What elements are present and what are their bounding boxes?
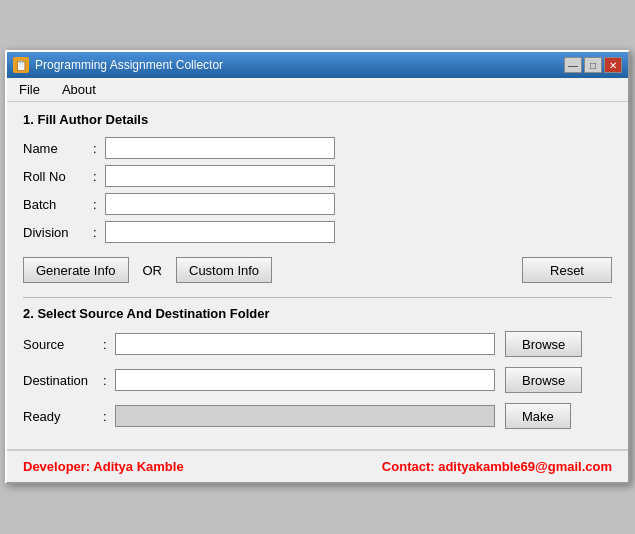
section-divider xyxy=(23,297,612,298)
destination-colon: : xyxy=(103,373,115,388)
destination-browse-button[interactable]: Browse xyxy=(505,367,582,393)
reset-button[interactable]: Reset xyxy=(522,257,612,283)
menu-bar: File About xyxy=(7,78,628,102)
division-row: Division : xyxy=(23,221,612,243)
title-bar: 📋 Programming Assignment Collector — □ ✕ xyxy=(7,52,628,78)
content-area: 1. Fill Author Details Name : Roll No : … xyxy=(7,102,628,439)
batch-input[interactable] xyxy=(105,193,335,215)
ready-row: Ready : Make xyxy=(23,403,612,429)
menu-about[interactable]: About xyxy=(56,80,102,99)
source-input[interactable] xyxy=(115,333,495,355)
section2-title: 2. Select Source And Destination Folder xyxy=(23,306,612,321)
name-colon: : xyxy=(93,141,105,156)
division-label: Division xyxy=(23,225,93,240)
developer-text: Developer: Aditya Kamble xyxy=(23,459,184,474)
ready-label: Ready xyxy=(23,409,103,424)
minimize-button[interactable]: — xyxy=(564,57,582,73)
close-button[interactable]: ✕ xyxy=(604,57,622,73)
source-label: Source xyxy=(23,337,103,352)
source-browse-button[interactable]: Browse xyxy=(505,331,582,357)
section1-title: 1. Fill Author Details xyxy=(23,112,612,127)
source-colon: : xyxy=(103,337,115,352)
batch-row: Batch : xyxy=(23,193,612,215)
rollno-row: Roll No : xyxy=(23,165,612,187)
batch-colon: : xyxy=(93,197,105,212)
batch-label: Batch xyxy=(23,197,93,212)
custom-info-button[interactable]: Custom Info xyxy=(176,257,272,283)
division-colon: : xyxy=(93,225,105,240)
division-input[interactable] xyxy=(105,221,335,243)
ready-colon: : xyxy=(103,409,115,424)
generate-info-button[interactable]: Generate Info xyxy=(23,257,129,283)
app-icon: 📋 xyxy=(13,57,29,73)
name-label: Name xyxy=(23,141,93,156)
action-button-row: Generate Info OR Custom Info Reset xyxy=(23,257,612,283)
menu-file[interactable]: File xyxy=(13,80,46,99)
destination-label: Destination xyxy=(23,373,103,388)
main-window: 📋 Programming Assignment Collector — □ ✕… xyxy=(5,50,630,484)
rollno-label: Roll No xyxy=(23,169,93,184)
make-button[interactable]: Make xyxy=(505,403,571,429)
maximize-button[interactable]: □ xyxy=(584,57,602,73)
source-row: Source : Browse xyxy=(23,331,612,357)
title-bar-left: 📋 Programming Assignment Collector xyxy=(13,57,223,73)
title-buttons: — □ ✕ xyxy=(564,57,622,73)
destination-row: Destination : Browse xyxy=(23,367,612,393)
window-title: Programming Assignment Collector xyxy=(35,58,223,72)
name-row: Name : xyxy=(23,137,612,159)
destination-input[interactable] xyxy=(115,369,495,391)
section1: 1. Fill Author Details Name : Roll No : … xyxy=(23,112,612,283)
footer: Developer: Aditya Kamble Contact: aditya… xyxy=(7,449,628,482)
section2: 2. Select Source And Destination Folder … xyxy=(23,306,612,429)
rollno-colon: : xyxy=(93,169,105,184)
rollno-input[interactable] xyxy=(105,165,335,187)
progress-bar xyxy=(115,405,495,427)
name-input[interactable] xyxy=(105,137,335,159)
contact-text: Contact: adityakamble69@gmail.com xyxy=(382,459,612,474)
or-text: OR xyxy=(139,263,167,278)
